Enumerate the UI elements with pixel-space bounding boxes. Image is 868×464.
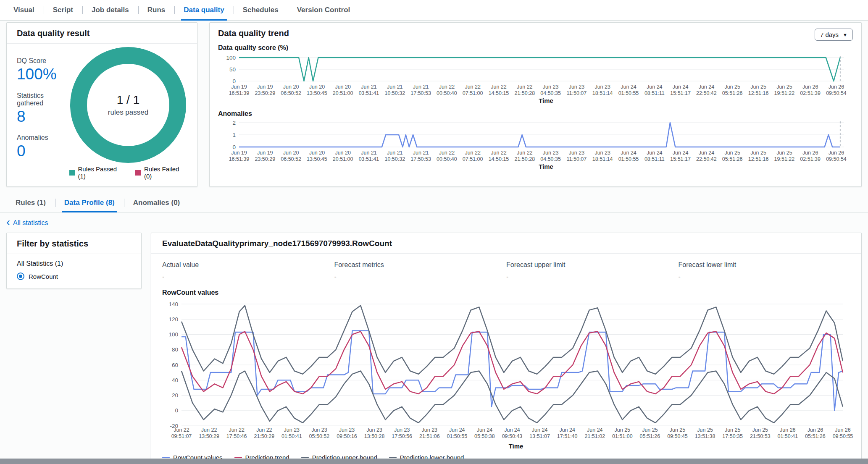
rowcount-chart-title: RowCount values: [162, 289, 850, 296]
rules-donut-chart[interactable]: [69, 46, 187, 164]
svg-text:17:50:35: 17:50:35: [722, 433, 743, 439]
all-statistics-link[interactable]: ‹ All statistics: [6, 219, 48, 227]
svg-text:00:50:40: 00:50:40: [437, 156, 457, 162]
profile-card-title: EvaluateDataQualityprimary_node171569707…: [151, 233, 861, 254]
svg-text:17:51:40: 17:51:40: [557, 433, 578, 439]
anomalies-count-label: Anomalies: [17, 134, 69, 142]
svg-text:Jun 23: Jun 23: [366, 427, 382, 433]
svg-text:Jun 25: Jun 25: [725, 427, 741, 433]
dq-score-trend-chart[interactable]: 050100Jun 1916:51:39Jun 1923:50:29Jun 20…: [218, 53, 848, 97]
radio-rowcount[interactable]: RowCount: [17, 273, 131, 280]
svg-text:13:50:29: 13:50:29: [199, 433, 219, 439]
svg-text:01:50:55: 01:50:55: [618, 156, 639, 162]
metric-label: Forecast metrics: [334, 261, 507, 269]
dq-score-label: DQ Score: [17, 57, 69, 65]
statistics-gathered-label: Statistics gathered: [17, 92, 69, 107]
svg-text:Jun 26: Jun 26: [802, 150, 818, 156]
svg-text:Jun 22: Jun 22: [491, 84, 507, 90]
svg-text:00:50:40: 00:50:40: [437, 90, 457, 96]
metric-value: -: [506, 273, 679, 280]
prediction-trend-line-icon: [234, 457, 242, 458]
subtab-data-profile[interactable]: Data Profile (8): [55, 194, 124, 212]
svg-text:01:50:41: 01:50:41: [777, 433, 798, 439]
svg-text:Jun 22: Jun 22: [174, 427, 189, 433]
svg-text:04:50:35: 04:50:35: [540, 156, 561, 162]
svg-text:21:50:29: 21:50:29: [254, 433, 274, 439]
svg-text:Jun 24: Jun 24: [647, 150, 663, 156]
svg-text:Jun 26: Jun 26: [802, 84, 818, 90]
svg-text:Jun 25: Jun 25: [724, 84, 740, 90]
svg-text:11:50:07: 11:50:07: [567, 156, 587, 162]
svg-text:Jun 24: Jun 24: [504, 427, 520, 433]
svg-text:21:50:28: 21:50:28: [514, 90, 535, 96]
subtab-rules[interactable]: Rules (1): [6, 194, 55, 212]
svg-text:09:50:55: 09:50:55: [833, 433, 853, 439]
svg-text:Jun 23: Jun 23: [569, 84, 585, 90]
svg-text:Jun 25: Jun 25: [776, 84, 792, 90]
svg-text:0: 0: [175, 407, 178, 414]
svg-text:Jun 22: Jun 22: [229, 427, 245, 433]
svg-text:05:51:26: 05:51:26: [722, 156, 743, 162]
svg-text:15:51:17: 15:51:17: [670, 156, 691, 162]
tab-job-details[interactable]: Job details: [82, 0, 138, 20]
tab-data-quality[interactable]: Data quality: [174, 0, 233, 20]
page-content: Data quality result DQ Score 100% Statis…: [0, 21, 868, 464]
svg-text:09:50:54: 09:50:54: [826, 156, 847, 162]
svg-text:Jun 20: Jun 20: [283, 150, 299, 156]
svg-text:01:50:55: 01:50:55: [447, 433, 467, 439]
svg-text:05:51:26: 05:51:26: [640, 433, 660, 439]
svg-text:16:51:39: 16:51:39: [229, 156, 250, 162]
svg-text:Jun 20: Jun 20: [335, 84, 351, 90]
bottom-scrollbar-strip[interactable]: [0, 459, 868, 464]
radio-rowcount-label: RowCount: [29, 273, 58, 280]
rowcount-values-chart[interactable]: -20020406080100120140Jun 2209:51:07Jun 2…: [162, 301, 846, 442]
svg-text:Jun 24: Jun 24: [621, 150, 637, 156]
svg-text:07:51:00: 07:51:00: [463, 90, 483, 96]
statistics-gathered-value: 8: [17, 108, 69, 126]
svg-text:Jun 23: Jun 23: [594, 84, 610, 90]
svg-text:Jun 22: Jun 22: [465, 150, 481, 156]
svg-text:Jun 20: Jun 20: [283, 84, 299, 90]
svg-text:Jun 25: Jun 25: [615, 427, 631, 433]
trend-card-title: Data quality trend: [218, 29, 289, 38]
svg-text:17:50:53: 17:50:53: [410, 90, 431, 96]
rules-failed-swatch-icon: [135, 170, 141, 176]
subtab-anomalies[interactable]: Anomalies (0): [124, 194, 189, 212]
svg-text:17:50:56: 17:50:56: [392, 433, 412, 439]
metric-forecast-upper-limit: Forecast upper limit -: [506, 261, 679, 280]
rowcount-line-icon: [162, 457, 170, 458]
tab-visual[interactable]: Visual: [4, 0, 44, 20]
legend-rules-passed[interactable]: Rules Passed (1): [69, 165, 124, 180]
svg-text:80: 80: [172, 346, 178, 353]
rules-passed-swatch-icon: [69, 170, 75, 176]
tab-version-control[interactable]: Version Control: [288, 0, 360, 20]
time-range-select[interactable]: 7 days ▼: [815, 29, 853, 41]
tab-script[interactable]: Script: [44, 0, 82, 20]
svg-text:100: 100: [226, 55, 236, 61]
svg-text:Jun 25: Jun 25: [776, 150, 792, 156]
svg-text:Jun 23: Jun 23: [543, 150, 559, 156]
svg-text:10:50:32: 10:50:32: [384, 90, 405, 96]
svg-text:14:50:15: 14:50:15: [489, 156, 509, 162]
svg-text:09:50:54: 09:50:54: [826, 90, 847, 96]
anomalies-trend-chart[interactable]: 012Jun 1916:51:39Jun 1923:50:29Jun 2006:…: [218, 119, 848, 163]
svg-text:17:50:53: 17:50:53: [410, 156, 431, 162]
svg-text:Jun 22: Jun 22: [256, 427, 272, 433]
top-tab-bar: Visual Script Job details Runs Data qual…: [0, 0, 868, 21]
svg-text:20:51:00: 20:51:00: [333, 90, 353, 96]
svg-text:Jun 24: Jun 24: [477, 427, 493, 433]
legend-rules-failed[interactable]: Rules Failed (0): [135, 165, 187, 180]
tab-runs[interactable]: Runs: [138, 0, 175, 20]
result-stats: DQ Score 100% Statistics gathered 8 Anom…: [17, 46, 69, 180]
svg-text:13:51:38: 13:51:38: [695, 433, 715, 439]
result-card-title: Data quality result: [7, 23, 197, 44]
svg-text:13:50:28: 13:50:28: [364, 433, 385, 439]
radio-selected-icon: [17, 273, 24, 280]
svg-text:09:50:43: 09:50:43: [502, 433, 523, 439]
tab-schedules[interactable]: Schedules: [234, 0, 288, 20]
data-quality-result-card: Data quality result DQ Score 100% Statis…: [6, 22, 197, 187]
forecast-metrics-row: Actual value - Forecast metrics - Foreca…: [151, 254, 861, 280]
chevron-down-icon: ▼: [843, 32, 847, 37]
svg-text:20: 20: [172, 392, 178, 398]
svg-text:Jun 25: Jun 25: [697, 427, 713, 433]
